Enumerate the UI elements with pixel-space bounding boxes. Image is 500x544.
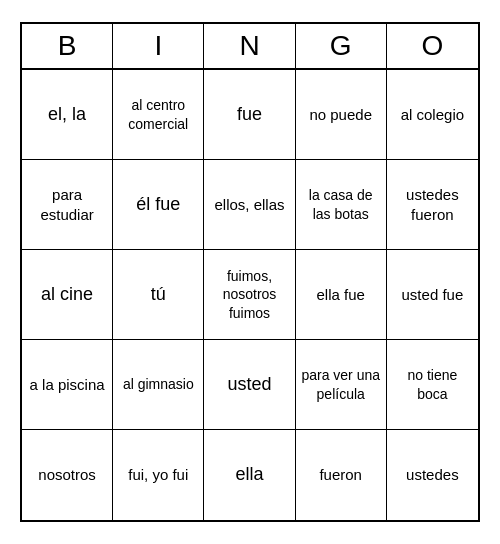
bingo-cell-12: fuimos, nosotros fuimos (204, 250, 295, 340)
bingo-card: BINGO el, laal centro comercialfueno pue… (20, 22, 480, 522)
bingo-grid: el, laal centro comercialfueno puedeal c… (22, 70, 478, 520)
bingo-cell-7: ellos, ellas (204, 160, 295, 250)
header-letter-o: O (387, 24, 478, 68)
header-letter-g: G (296, 24, 387, 68)
bingo-cell-13: ella fue (296, 250, 387, 340)
bingo-cell-24: ustedes (387, 430, 478, 520)
bingo-cell-8: la casa de las botas (296, 160, 387, 250)
bingo-cell-18: para ver una película (296, 340, 387, 430)
bingo-cell-22: ella (204, 430, 295, 520)
bingo-cell-6: él fue (113, 160, 204, 250)
bingo-cell-19: no tiene boca (387, 340, 478, 430)
bingo-cell-0: el, la (22, 70, 113, 160)
bingo-cell-11: tú (113, 250, 204, 340)
bingo-cell-21: fui, yo fui (113, 430, 204, 520)
bingo-cell-23: fueron (296, 430, 387, 520)
bingo-cell-4: al colegio (387, 70, 478, 160)
bingo-cell-16: al gimnasio (113, 340, 204, 430)
bingo-cell-3: no puede (296, 70, 387, 160)
bingo-cell-20: nosotros (22, 430, 113, 520)
bingo-cell-9: ustedes fueron (387, 160, 478, 250)
bingo-cell-1: al centro comercial (113, 70, 204, 160)
header-letter-i: I (113, 24, 204, 68)
bingo-cell-15: a la piscina (22, 340, 113, 430)
header-letter-b: B (22, 24, 113, 68)
bingo-cell-10: al cine (22, 250, 113, 340)
bingo-cell-5: para estudiar (22, 160, 113, 250)
bingo-cell-17: usted (204, 340, 295, 430)
bingo-cell-14: usted fue (387, 250, 478, 340)
header-letter-n: N (204, 24, 295, 68)
bingo-cell-2: fue (204, 70, 295, 160)
bingo-header: BINGO (22, 24, 478, 70)
